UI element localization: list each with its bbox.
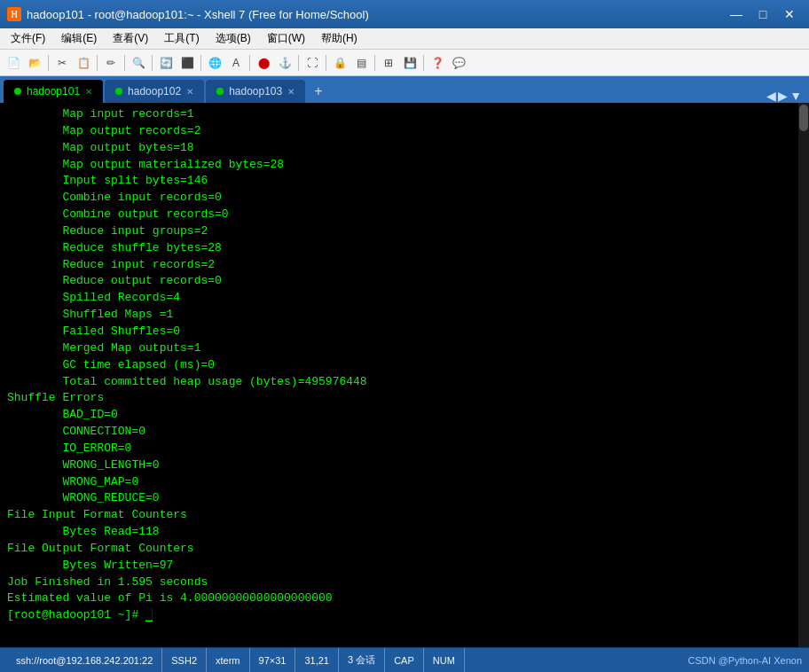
tab-close-1[interactable]: ✕ [85, 87, 92, 97]
terminal-line-23: WRONG_MAP=0 [7, 474, 802, 491]
toolbar-sep-5 [200, 55, 201, 71]
minimize-button[interactable]: — [724, 4, 749, 24]
terminal-line-3: Map output bytes=18 [7, 140, 802, 157]
toolbar-help[interactable]: ❓ [428, 53, 447, 73]
menu-bar: 文件(F) 编辑(E) 查看(V) 工具(T) 选项(B) 窗口(W) 帮助(H… [0, 28, 809, 50]
toolbar-sep-7 [298, 55, 299, 71]
status-sessions: 3 会话 [339, 648, 385, 672]
menu-file[interactable]: 文件(F) [4, 29, 52, 48]
window-controls[interactable]: — □ ✕ [724, 4, 802, 24]
tab-menu-arrow[interactable]: ▼ [789, 89, 802, 103]
toolbar-lock[interactable]: 🔒 [330, 53, 350, 73]
menu-edit[interactable]: 编辑(E) [54, 29, 104, 48]
terminal-line-bytes-read: Bytes Read=118 [7, 524, 802, 541]
toolbar-search[interactable]: 🔍 [129, 53, 148, 73]
toolbar-stop[interactable]: ⬛ [177, 53, 197, 73]
terminal-line-21: IO_ERROR=0 [7, 441, 802, 457]
status-bar: ssh://root@192.168.242.201:22 SSH2 xterm… [0, 647, 809, 672]
tab-label-1: hadoop101 [27, 85, 80, 98]
toolbar-save[interactable]: 💾 [400, 53, 420, 73]
status-num: NUM [424, 648, 465, 672]
terminal-line-8: Reduce input groups=2 [7, 223, 802, 240]
status-terminal: xterm [207, 648, 250, 672]
status-brand: CSDN @Python-AI Xenon [687, 655, 802, 666]
terminal-line-22: WRONG_LENGTH=0 [7, 457, 802, 474]
menu-window[interactable]: 窗口(W) [260, 29, 312, 48]
toolbar-open[interactable]: 📂 [25, 53, 44, 73]
tab-close-3[interactable]: ✕ [287, 87, 295, 97]
tab-dot-2 [115, 88, 122, 95]
toolbar-new[interactable]: 📄 [4, 53, 23, 73]
terminal-line-20: CONNECTION=0 [7, 424, 802, 441]
terminal-line-18: Shuffle Errors [7, 390, 802, 407]
terminal-line-5: Input split bytes=146 [7, 173, 802, 190]
terminal-line-file-output: File Output Format Counters [7, 541, 802, 558]
toolbar-cut[interactable]: ✂ [52, 53, 72, 73]
toolbar-compose[interactable]: ✏ [101, 53, 121, 73]
maximize-button[interactable]: □ [750, 4, 775, 24]
scrollbar-thumb[interactable] [799, 105, 808, 131]
toolbar-text[interactable]: A [226, 53, 246, 73]
terminal-line-job-finished: Job Finished in 1.595 seconds [7, 574, 802, 591]
toolbar-sep-1 [48, 55, 49, 71]
menu-help[interactable]: 帮助(H) [314, 29, 365, 48]
toolbar-refresh[interactable]: 🔄 [156, 53, 176, 73]
tab-label-3: hadoop103 [229, 85, 282, 98]
tab-hadoop103[interactable]: hadoop103 ✕ [206, 80, 305, 103]
toolbar-sep-2 [97, 55, 98, 71]
toolbar-anchor[interactable]: ⚓ [275, 53, 295, 73]
tab-add-button[interactable]: + [307, 80, 329, 103]
menu-options[interactable]: 选项(B) [208, 29, 258, 48]
toolbar: 📄 📂 ✂ 📋 ✏ 🔍 🔄 ⬛ 🌐 A ⬤ ⚓ ⛶ 🔒 ▤ ⊞ 💾 ❓ 💬 [0, 50, 809, 76]
menu-tools[interactable]: 工具(T) [157, 29, 206, 48]
toolbar-term[interactable]: ▤ [351, 53, 371, 73]
tab-prev-arrow[interactable]: ◀ [766, 89, 776, 103]
terminal-line-9: Reduce shuffle bytes=28 [7, 240, 802, 257]
tab-hadoop101[interactable]: hadoop101 ✕ [4, 80, 103, 103]
terminal-area[interactable]: Map input records=1 Map output records=2… [0, 103, 809, 647]
status-size: 97×31 [250, 648, 296, 672]
terminal-line-13: Shuffled Maps =1 [7, 307, 802, 324]
menu-view[interactable]: 查看(V) [106, 29, 155, 48]
tabs-bar: hadoop101 ✕ hadoop102 ✕ hadoop103 ✕ + ◀ … [0, 76, 809, 103]
toolbar-copy[interactable]: 📋 [74, 53, 93, 73]
tab-next-arrow[interactable]: ▶ [778, 89, 788, 103]
toolbar-sep-4 [152, 55, 153, 71]
terminal-line-1: Map input records=1 [7, 106, 802, 123]
terminal-line-10: Reduce input records=2 [7, 257, 802, 274]
toolbar-sep-8 [326, 55, 326, 71]
toolbar-chat[interactable]: 💬 [449, 53, 468, 73]
title-bar: H hadoop101 - root@hadoop101:~ - Xshell … [0, 0, 809, 28]
toolbar-expand[interactable]: ⛶ [302, 53, 322, 73]
terminal-line-prompt: [root@hadoop101 ~]# █ [7, 607, 802, 624]
terminal-line-15: Merged Map outputs=1 [7, 340, 802, 357]
terminal-line-19: BAD_ID=0 [7, 407, 802, 424]
terminal-line-file-input: File Input Format Counters [7, 507, 802, 524]
terminal-line-bytes-written: Bytes Written=97 [7, 558, 802, 574]
toolbar-sep-6 [249, 55, 250, 71]
close-button[interactable]: ✕ [777, 4, 802, 24]
terminal-line-7: Combine output records=0 [7, 207, 802, 223]
title-bar-left: H hadoop101 - root@hadoop101:~ - Xshell … [7, 7, 369, 21]
terminal-line-4: Map output materialized bytes=28 [7, 157, 802, 174]
tab-hadoop102[interactable]: hadoop102 ✕ [105, 80, 204, 103]
toolbar-sep-9 [374, 55, 375, 71]
status-connection: ssh://root@192.168.242.201:22 [7, 648, 162, 672]
terminal-scrollbar[interactable] [798, 103, 809, 647]
toolbar-globe[interactable]: 🌐 [205, 53, 224, 73]
terminal-line-24: WRONG_REDUCE=0 [7, 490, 802, 507]
terminal-line-16: GC time elapsed (ms)=0 [7, 357, 802, 374]
toolbar-grid[interactable]: ⊞ [379, 53, 398, 73]
tab-label-2: hadoop102 [128, 85, 181, 98]
toolbar-red-btn[interactable]: ⬤ [254, 53, 273, 73]
window-title: hadoop101 - root@hadoop101:~ - Xshell 7 … [27, 8, 369, 21]
toolbar-sep-10 [423, 55, 424, 71]
tab-navigation[interactable]: ◀ ▶ ▼ [763, 89, 805, 103]
status-position: 31,21 [295, 648, 339, 672]
tab-close-2[interactable]: ✕ [186, 87, 193, 97]
tab-dot-3 [216, 88, 224, 95]
terminal-line-6: Combine input records=0 [7, 190, 802, 207]
terminal-line-2: Map output records=2 [7, 123, 802, 140]
terminal-line-17: Total committed heap usage (bytes)=49597… [7, 374, 802, 391]
terminal-line-12: Spilled Records=4 [7, 290, 802, 307]
